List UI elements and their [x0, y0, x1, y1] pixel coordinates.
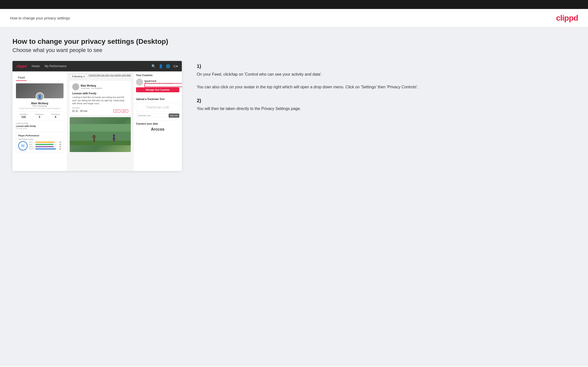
trackman-placeholder: Trackman Link	[136, 103, 179, 112]
instruction-1-text: On your Feed, click/tap on 'Control who …	[197, 71, 571, 90]
instruction-2-number: 2)	[197, 98, 571, 104]
bar-putt: PUTT 96	[29, 148, 61, 150]
tag-app: APP	[121, 109, 128, 113]
app-right-panel: Your Coaches David Ford 📍 Royal North De…	[133, 71, 182, 171]
avatar-icon[interactable]: ⊙▾	[173, 64, 178, 68]
player-performance: Player Performance Total Player Quality …	[16, 132, 64, 153]
feed-card-header: Blair McHarg Yesterday · Sunningdale	[72, 83, 128, 90]
stat-activities: Activities 131	[20, 113, 28, 118]
trackman-section: Upload a Trackman Test Trackman Link Add…	[136, 98, 179, 118]
profile-name: Blair McHarg	[16, 102, 64, 105]
profile-banner: 👤	[16, 83, 64, 98]
instruction-2-text: You will then be taken directly to the P…	[197, 105, 571, 112]
coaches-section: Your Coaches David Ford 📍 Royal North De…	[136, 74, 179, 95]
stat-followers: Followers 3	[35, 113, 44, 118]
profile-avatar: 👤	[36, 92, 44, 101]
feed-lesson-title: Lesson with Fordy	[72, 92, 128, 95]
quality-bars: OTT 90 APP 85 ARG	[29, 141, 61, 150]
nav-my-performance[interactable]: My Performance	[45, 64, 66, 68]
feed-tab[interactable]: Feed	[16, 75, 27, 81]
latest-activity: Latest Activity Lesson with Fordy 03 Aug…	[16, 122, 64, 130]
page-heading: How to change your privacy settings (Des…	[12, 38, 576, 46]
instruction-2: 2) You will then be taken directly to th…	[197, 98, 571, 112]
app-body: Feed 👤 Blair McHarg Plus Handicap Royal …	[12, 71, 182, 171]
quality-row: 92 OTT 90 APP 85	[18, 141, 61, 151]
feed-top-row: Following ▾ Control who can see your act…	[70, 74, 131, 81]
control-privacy-link[interactable]: Control who can see your activity and da…	[88, 74, 131, 76]
bar-arg: ARG 86	[29, 146, 61, 148]
connect-section: Connect your data Arccos	[136, 120, 179, 132]
clippd-logo: clippd	[556, 13, 578, 23]
total-quality-label: Total Player Quality	[18, 138, 61, 140]
coach-name: David Ford	[144, 80, 173, 82]
svg-rect-8	[113, 136, 115, 141]
site-footer: Copyright Clippd 2022	[0, 365, 588, 367]
bar-ott: OTT 90	[29, 141, 61, 143]
feed-user-avatar	[72, 83, 79, 90]
profile-handicap: Plus Handicap	[16, 105, 64, 107]
trackman-title: Upload a Trackman Test	[136, 98, 179, 101]
nav-home[interactable]: Home	[32, 64, 40, 68]
feed-user-name: Blair McHarg	[81, 84, 102, 87]
app-feed: Following ▾ Control who can see your act…	[67, 71, 133, 171]
instruction-1-number: 1)	[197, 63, 571, 69]
coach-club: 📍 Royal North Devon Golf Club	[144, 82, 173, 85]
person-icon[interactable]: 👤	[159, 64, 163, 68]
main-content: How to change your privacy settings (Des…	[0, 28, 588, 365]
instruction-1: 1) On your Feed, click/tap on 'Control w…	[197, 63, 571, 90]
header-title: How to change your privacy settings	[10, 16, 70, 20]
feed-lesson-desc: Looking to feel like my hands are exitin…	[72, 96, 128, 105]
nav-right-icons: 🔍 👤 🌐 ⊙▾	[151, 64, 178, 68]
stat-following: Following 4	[51, 113, 60, 118]
quality-score: 92	[18, 141, 28, 151]
feed-golf-image	[70, 117, 131, 152]
manage-coaches-button[interactable]: Manage Your Coaches	[136, 87, 179, 92]
site-header: How to change your privacy settings clip…	[0, 9, 588, 28]
tag-ott: OTT	[113, 109, 120, 113]
profile-stats: Activities 131 Followers 3 Following 4	[16, 111, 64, 120]
app-navbar: clippd Home My Performance 🔍 👤 🌐 ⊙▾	[12, 61, 182, 71]
feed-duration-label: Duration	[72, 107, 128, 109]
app-logo: clippd	[16, 64, 27, 68]
add-link-button[interactable]: Add Link	[169, 113, 179, 118]
following-button[interactable]: Following ▾	[70, 74, 87, 79]
trackman-input[interactable]	[136, 113, 168, 118]
feed-duration-row: 01 hr : 30 min OTT APP	[72, 109, 128, 113]
app-sidebar: Feed 👤 Blair McHarg Plus Handicap Royal …	[12, 71, 67, 171]
trackman-input-row: Add Link	[136, 113, 179, 118]
svg-point-7	[113, 134, 115, 137]
connect-title: Connect your data	[136, 122, 179, 125]
app-screenshot: clippd Home My Performance 🔍 👤 🌐 ⊙▾ Feed…	[12, 61, 182, 171]
page-subheading: Choose what you want people to see	[12, 47, 576, 53]
content-row: clippd Home My Performance 🔍 👤 🌐 ⊙▾ Feed…	[12, 61, 576, 171]
instructions-panel: 1) On your Feed, click/tap on 'Control w…	[192, 61, 576, 122]
feed-tags: OTT APP	[113, 109, 128, 113]
arccos-logo: Arccos	[136, 127, 179, 132]
coach-avatar	[136, 79, 143, 86]
profile-club: Royal North Devon Golf Club, United King…	[16, 107, 64, 109]
bar-app: APP 85	[29, 144, 61, 145]
coach-row: David Ford 📍 Royal North Devon Golf Club	[136, 79, 179, 86]
svg-point-3	[93, 135, 95, 137]
feed-card: Blair McHarg Yesterday · Sunningdale Les…	[70, 81, 131, 115]
coaches-title: Your Coaches	[136, 74, 179, 77]
globe-icon[interactable]: 🌐	[166, 64, 170, 68]
svg-rect-2	[70, 132, 131, 141]
search-icon[interactable]: 🔍	[151, 64, 156, 68]
feed-user-sub: Yesterday · Sunningdale	[81, 87, 102, 89]
feed-duration-val: 01 hr : 30 min	[72, 110, 87, 112]
top-bar	[0, 0, 588, 9]
